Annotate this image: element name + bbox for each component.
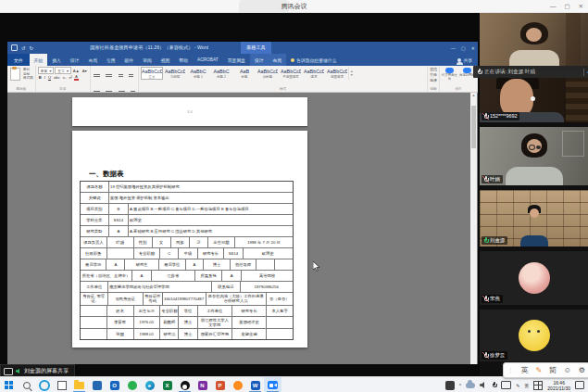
style-item-标题 1[interactable]: AaBbC标题 1 [187,67,209,80]
microphone-tray-icon[interactable] [492,382,496,389]
cloud-tray-icon[interactable] [466,383,475,388]
ime-simplified-toggle[interactable]: 简 [549,365,557,375]
save-icon[interactable] [11,44,18,51]
style-item-无间隔[interactable]: AaBbCcD无间隔 [164,67,186,80]
video-tile-6[interactable]: 徐梦云 [480,310,588,361]
scroll-up-arrow[interactable]: ▲ [470,93,477,98]
excel-icon[interactable]: X [158,377,176,392]
hidden-icons-chevron[interactable]: ^ [459,383,461,388]
tab-布局[interactable]: 布局 [83,54,102,66]
tab-设计[interactable]: 设计 [66,54,84,66]
app-icon-orange[interactable] [229,377,246,392]
grow-font-button[interactable]: A▲ [72,68,81,74]
numbering-icon[interactable] [106,74,112,79]
tab-ACROBAT[interactable]: ACROBAT [193,54,223,66]
edge-icon[interactable]: e [141,377,158,392]
tab-百度网盘[interactable]: 百度网盘 [223,54,250,66]
ime-lang-toggle[interactable]: 英 [521,365,529,375]
word-maximize-button[interactable]: ▢ [461,45,466,51]
word-scrollbar[interactable]: ▲ [470,93,477,364]
tab-帮助[interactable]: 帮助 [174,54,193,66]
style-item-正文[interactable]: AaBbCcD正文 [141,67,163,80]
tab-审阅[interactable]: 审阅 [138,54,156,66]
ime-mode-icon[interactable] [533,381,543,390]
replace-button[interactable]: 替换 [430,72,437,77]
file-explorer-icon[interactable] [70,377,88,392]
app-icon-green[interactable] [123,377,141,392]
styles-scroll[interactable]: ▲ ▼ [348,67,354,80]
tab-邮件[interactable]: 邮件 [120,54,139,66]
styles-scroll-down-icon[interactable]: ▼ [350,73,353,77]
underline-button[interactable]: U [47,74,52,81]
onenote-icon[interactable]: N [194,377,211,392]
qq-icon[interactable] [176,377,194,392]
find-button[interactable]: 查找 [430,67,437,71]
action-center-icon[interactable] [575,381,584,389]
pen-tray-icon[interactable]: ✎ [516,383,519,388]
style-item-强调[interactable]: AaBbCcD强调 [303,67,325,80]
cortana-button[interactable] [35,377,53,392]
font-size-select[interactable]: 五号▾ [55,67,71,74]
ime-toolbar[interactable]: ⋮ 英 ✎ 简 ☺ ⚙ [503,362,588,378]
tab-文件[interactable]: 文件 [7,54,30,66]
video-tile-4[interactable]: 刘金源 [480,190,588,247]
style-item-不明显强调[interactable]: AaBbCcD不明显强调 [280,67,302,80]
style-item-副标题[interactable]: AaBbCcD副标题 [256,67,279,80]
handwriting-icon[interactable]: ✎ [536,366,543,374]
bold-button[interactable]: B [38,74,43,81]
tab-布局[interactable]: 布局 [269,54,287,66]
video-tile-3[interactable]: 叶娟 [480,127,588,185]
word-icon[interactable]: W [246,377,264,392]
share-button[interactable]: 共享 [452,54,478,66]
tab-开始[interactable]: 开始 [30,54,48,66]
style-item-标题[interactable]: AaB标题 [233,67,256,80]
emoji-icon[interactable]: ☺ [564,366,571,374]
italic-button[interactable]: I [44,74,46,81]
display-tray-icon[interactable] [501,381,511,389]
video-tile-1[interactable] [480,12,588,66]
video-tile-5[interactable]: 宋燕 [480,251,588,305]
ime-language-indicator[interactable]: 英 [524,383,529,388]
volume-icon[interactable] [480,382,487,388]
indent-icon[interactable] [119,74,123,79]
outdent-icon[interactable] [129,74,133,79]
style-item-标题 2[interactable]: AaBbC标题 2 [210,67,232,80]
tab-插入[interactable]: 插入 [47,54,66,66]
start-button[interactable] [0,377,18,392]
tab-设计[interactable]: 设计 [250,54,269,66]
minimize-button[interactable]: — [550,3,557,9]
shrink-font-button[interactable]: A▾ [81,68,88,74]
tell-me-box[interactable]: 告诉我你想要做什么 [286,54,341,66]
select-button[interactable]: 选择 [430,78,437,82]
subscript-button[interactable]: x₂ [62,74,68,81]
word-close-button[interactable]: ✕ [471,45,475,51]
netdisk-open-button[interactable]: 打开网盘文件 [442,67,457,82]
app-icon-blue[interactable] [88,377,106,392]
paste-button[interactable] [10,68,20,81]
style-item-明显强调[interactable]: AaBbCcD明显强调 [326,67,348,80]
ime-settings-icon[interactable]: ⚙ [579,366,585,374]
video-tile-2[interactable]: 152****9692 [480,70,588,122]
search-button[interactable] [18,377,35,392]
scrollbar-thumb[interactable] [471,106,476,148]
close-button[interactable]: ✕ [579,3,583,10]
redo-icon[interactable]: ↻ [30,45,34,51]
task-view-button[interactable] [53,377,70,392]
format-painter-button[interactable]: 格式刷 [23,76,33,81]
bullets-icon[interactable] [94,74,100,79]
superscript-button[interactable]: x² [69,74,74,81]
powerpoint-icon[interactable]: P [211,377,229,392]
document-page[interactable]: 一、数据表 课题名称19 世纪英国海外投资及其保护机制研究关键词英国 海外投资 … [72,131,307,348]
font-name-select[interactable]: 宋体▾ [38,67,55,74]
tab-引用[interactable]: 引用 [102,54,120,66]
tab-视图[interactable]: 视图 [156,54,175,66]
ime-tray-badge[interactable] [445,381,455,390]
meeting-app-icon[interactable] [264,377,281,392]
undo-icon[interactable]: ↺ [21,45,26,51]
taskbar-clock[interactable]: 16:46 2021/11/30 [547,380,570,391]
document-area[interactable]: 3 4 一、数据表 课题名称19 世纪英国海外投资及其保护机制研究关键词英国 海… [7,93,478,364]
font-color-button[interactable]: A [74,74,79,81]
word-minimize-button[interactable]: — [451,45,456,51]
maximize-button[interactable]: ▢ [564,3,569,10]
outlook-icon[interactable]: O [106,377,123,392]
